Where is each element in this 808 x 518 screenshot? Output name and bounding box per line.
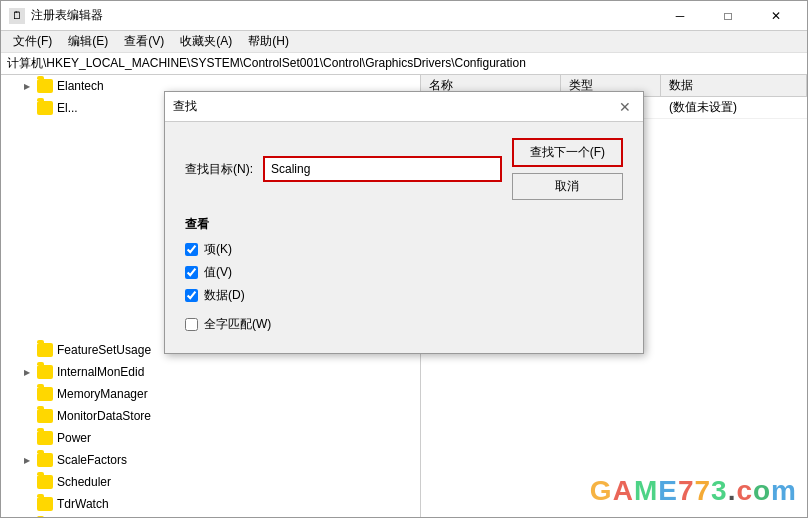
menu-edit[interactable]: 编辑(E) xyxy=(60,31,116,52)
menu-bar: 文件(F) 编辑(E) 查看(V) 收藏夹(A) 帮助(H) xyxy=(1,31,807,53)
find-label: 查找目标(N): xyxy=(185,161,253,178)
menu-file[interactable]: 文件(F) xyxy=(5,31,60,52)
tree-label: MonitorDataStore xyxy=(57,409,151,423)
tree-item-scheduler[interactable]: Scheduler xyxy=(1,471,420,493)
address-bar: 计算机\HKEY_LOCAL_MACHINE\SYSTEM\ControlSet… xyxy=(1,53,807,75)
checkbox-item-label: 项(K) xyxy=(204,241,232,258)
checkbox-data[interactable] xyxy=(185,289,198,302)
tree-label: TdrWatch xyxy=(57,497,109,511)
dialog-title-bar: 查找 ✕ xyxy=(165,92,643,122)
main-window: 🗒 注册表编辑器 ─ □ ✕ 文件(F) 编辑(E) 查看(V) 收藏夹(A) … xyxy=(0,0,808,518)
tree-label: ScaleFactors xyxy=(57,453,127,467)
tree-label: FeatureSetUsage xyxy=(57,343,151,357)
tree-label: InternalMonEdid xyxy=(57,365,144,379)
checkbox-row-item: 项(K) xyxy=(185,241,623,258)
folder-icon xyxy=(37,101,53,115)
folder-icon xyxy=(37,431,53,445)
cell-data: (数值未设置) xyxy=(661,97,807,118)
folder-icon xyxy=(37,343,53,357)
full-match-label: 全字匹配(W) xyxy=(204,316,271,333)
find-dialog: 查找 ✕ 查找目标(N): 查找下一个(F) 取消 xyxy=(164,91,644,354)
find-next-button[interactable]: 查找下一个(F) xyxy=(512,138,623,167)
maximize-button[interactable]: □ xyxy=(705,1,751,31)
checkbox-row-data: 数据(D) xyxy=(185,287,623,304)
tree-label: Elantech xyxy=(57,79,104,93)
expand-icon xyxy=(21,80,33,92)
folder-icon xyxy=(37,409,53,423)
folder-icon xyxy=(37,475,53,489)
expand-icon xyxy=(21,454,33,466)
tree-item-tdrwatch[interactable]: TdrWatch xyxy=(1,493,420,515)
title-bar-left: 🗒 注册表编辑器 xyxy=(9,7,103,24)
menu-favorites[interactable]: 收藏夹(A) xyxy=(172,31,240,52)
tree-label: Power xyxy=(57,431,91,445)
app-icon: 🗒 xyxy=(9,8,25,24)
address-path: 计算机\HKEY_LOCAL_MACHINE\SYSTEM\ControlSet… xyxy=(7,55,526,72)
checkbox-full-match[interactable] xyxy=(185,318,198,331)
tree-item-scalefactors[interactable]: ScaleFactors xyxy=(1,449,420,471)
folder-icon xyxy=(37,453,53,467)
look-in-label: 查看 xyxy=(185,216,623,233)
tree-item-power[interactable]: Power xyxy=(1,427,420,449)
minimize-button[interactable]: ─ xyxy=(657,1,703,31)
tree-label: MemoryManager xyxy=(57,387,148,401)
dialog-body: 查找目标(N): 查找下一个(F) 取消 查看 项(K) xyxy=(165,122,643,353)
full-match-row: 全字匹配(W) xyxy=(185,316,623,333)
checkbox-row-value: 值(V) xyxy=(185,264,623,281)
look-in-section: 查看 项(K) 值(V) 数据(D) xyxy=(185,216,623,304)
window-title: 注册表编辑器 xyxy=(31,7,103,24)
dialog-buttons: 查找下一个(F) 取消 xyxy=(512,138,623,200)
tree-item-memorymanager[interactable]: MemoryManager xyxy=(1,383,420,405)
cancel-button[interactable]: 取消 xyxy=(512,173,623,200)
expand-icon xyxy=(21,366,33,378)
tree-label: El... xyxy=(57,101,78,115)
dialog-close-button[interactable]: ✕ xyxy=(615,97,635,117)
checkbox-value[interactable] xyxy=(185,266,198,279)
folder-icon xyxy=(37,79,53,93)
title-bar-controls: ─ □ ✕ xyxy=(657,1,799,31)
tree-label: Scheduler xyxy=(57,475,111,489)
folder-icon xyxy=(37,387,53,401)
tree-item-usenewkey[interactable]: UseNewKey xyxy=(1,515,420,517)
col-header-data: 数据 xyxy=(661,75,807,96)
dialog-title: 查找 xyxy=(173,98,197,115)
tree-item-monitordatastore[interactable]: MonitorDataStore xyxy=(1,405,420,427)
menu-help[interactable]: 帮助(H) xyxy=(240,31,297,52)
folder-icon xyxy=(37,365,53,379)
find-input-wrapper xyxy=(263,156,502,182)
menu-view[interactable]: 查看(V) xyxy=(116,31,172,52)
checkbox-value-label: 值(V) xyxy=(204,264,232,281)
close-button[interactable]: ✕ xyxy=(753,1,799,31)
title-bar: 🗒 注册表编辑器 ─ □ ✕ xyxy=(1,1,807,31)
expand-placeholder xyxy=(21,102,33,114)
checkbox-item[interactable] xyxy=(185,243,198,256)
folder-icon xyxy=(37,497,53,511)
find-input[interactable] xyxy=(265,158,500,180)
find-target-row: 查找目标(N): 查找下一个(F) 取消 xyxy=(185,138,623,200)
checkbox-data-label: 数据(D) xyxy=(204,287,245,304)
tree-item-internalmonedid[interactable]: InternalMonEdid xyxy=(1,361,420,383)
